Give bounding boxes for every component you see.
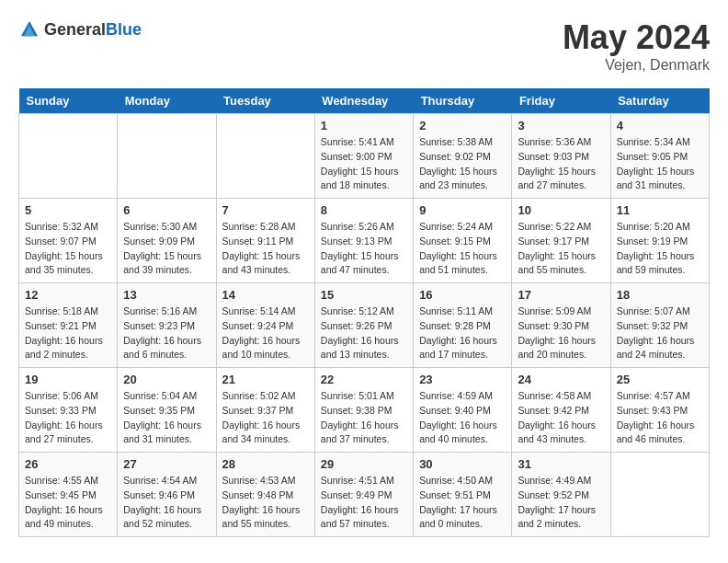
- day-number: 2: [419, 119, 506, 132]
- day-info: Sunrise: 5:01 AM Sunset: 9:38 PM Dayligh…: [321, 389, 407, 447]
- day-info: Sunrise: 5:24 AM Sunset: 9:15 PM Dayligh…: [419, 220, 506, 278]
- day-info: Sunrise: 5:04 AM Sunset: 9:35 PM Dayligh…: [123, 389, 210, 447]
- day-number: 10: [518, 203, 604, 217]
- day-info: Sunrise: 5:11 AM Sunset: 9:28 PM Dayligh…: [419, 304, 506, 362]
- day-info: Sunrise: 4:49 AM Sunset: 9:52 PM Dayligh…: [518, 474, 604, 532]
- calendar-cell: 19Sunrise: 5:06 AM Sunset: 9:33 PM Dayli…: [19, 368, 118, 453]
- logo-general: General: [44, 20, 106, 39]
- day-number: 17: [518, 288, 604, 302]
- day-number: 1: [321, 119, 407, 132]
- weekday-header-friday: Friday: [512, 88, 610, 114]
- calendar-cell: 13Sunrise: 5:16 AM Sunset: 9:23 PM Dayli…: [118, 283, 216, 368]
- page-header: GeneralBlue May 2024 Vejen, Denmark: [18, 18, 710, 74]
- day-info: Sunrise: 5:34 AM Sunset: 9:05 PM Dayligh…: [617, 135, 703, 193]
- calendar-cell: 17Sunrise: 5:09 AM Sunset: 9:30 PM Dayli…: [512, 283, 610, 368]
- day-number: 12: [25, 288, 111, 302]
- day-number: 30: [419, 457, 506, 471]
- day-number: 27: [123, 457, 210, 471]
- calendar-header-row: SundayMondayTuesdayWednesdayThursdayFrid…: [19, 88, 710, 114]
- calendar-cell: 24Sunrise: 4:58 AM Sunset: 9:42 PM Dayli…: [512, 368, 610, 453]
- calendar-week-3: 12Sunrise: 5:18 AM Sunset: 9:21 PM Dayli…: [19, 283, 710, 368]
- day-info: Sunrise: 4:55 AM Sunset: 9:45 PM Dayligh…: [25, 474, 111, 532]
- day-number: 8: [321, 203, 407, 217]
- calendar-cell: 25Sunrise: 4:57 AM Sunset: 9:43 PM Dayli…: [610, 368, 709, 453]
- calendar-cell: 31Sunrise: 4:49 AM Sunset: 9:52 PM Dayli…: [512, 453, 610, 537]
- day-number: 6: [123, 203, 210, 217]
- day-number: 21: [222, 373, 309, 386]
- calendar-cell: 8Sunrise: 5:26 AM Sunset: 9:13 PM Daylig…: [314, 199, 413, 283]
- day-number: 13: [123, 288, 210, 302]
- day-number: 3: [518, 119, 604, 132]
- calendar-week-1: 1Sunrise: 5:41 AM Sunset: 9:00 PM Daylig…: [19, 114, 710, 199]
- calendar-subtitle: Vejen, Denmark: [563, 57, 710, 74]
- calendar-cell: 9Sunrise: 5:24 AM Sunset: 9:15 PM Daylig…: [414, 199, 512, 283]
- day-number: 24: [518, 373, 604, 386]
- day-number: 9: [419, 203, 506, 217]
- day-number: 11: [617, 203, 703, 217]
- calendar-cell: 30Sunrise: 4:50 AM Sunset: 9:51 PM Dayli…: [414, 453, 512, 537]
- day-info: Sunrise: 5:20 AM Sunset: 9:19 PM Dayligh…: [617, 220, 703, 278]
- calendar-cell: 27Sunrise: 4:54 AM Sunset: 9:46 PM Dayli…: [118, 453, 216, 537]
- weekday-header-monday: Monday: [118, 88, 216, 114]
- day-info: Sunrise: 5:09 AM Sunset: 9:30 PM Dayligh…: [518, 304, 604, 362]
- calendar-cell: 3Sunrise: 5:36 AM Sunset: 9:03 PM Daylig…: [512, 114, 610, 199]
- calendar-cell: 21Sunrise: 5:02 AM Sunset: 9:37 PM Dayli…: [216, 368, 314, 453]
- calendar-cell: 2Sunrise: 5:38 AM Sunset: 9:02 PM Daylig…: [414, 114, 512, 199]
- logo: GeneralBlue: [18, 18, 142, 40]
- day-number: 18: [617, 288, 703, 302]
- day-info: Sunrise: 5:02 AM Sunset: 9:37 PM Dayligh…: [222, 389, 309, 447]
- day-number: 31: [518, 457, 604, 471]
- day-info: Sunrise: 5:06 AM Sunset: 9:33 PM Dayligh…: [25, 389, 111, 447]
- calendar-cell: 15Sunrise: 5:12 AM Sunset: 9:26 PM Dayli…: [314, 283, 413, 368]
- calendar-week-4: 19Sunrise: 5:06 AM Sunset: 9:33 PM Dayli…: [19, 368, 710, 453]
- day-info: Sunrise: 5:28 AM Sunset: 9:11 PM Dayligh…: [222, 220, 309, 278]
- calendar-cell: 28Sunrise: 4:53 AM Sunset: 9:48 PM Dayli…: [216, 453, 314, 537]
- calendar-week-2: 5Sunrise: 5:32 AM Sunset: 9:07 PM Daylig…: [19, 199, 710, 283]
- calendar-cell: 11Sunrise: 5:20 AM Sunset: 9:19 PM Dayli…: [610, 199, 709, 283]
- day-number: 16: [419, 288, 506, 302]
- day-info: Sunrise: 4:58 AM Sunset: 9:42 PM Dayligh…: [518, 389, 604, 447]
- day-number: 19: [25, 373, 111, 386]
- day-info: Sunrise: 5:16 AM Sunset: 9:23 PM Dayligh…: [123, 304, 210, 362]
- calendar-cell: 6Sunrise: 5:30 AM Sunset: 9:09 PM Daylig…: [118, 199, 216, 283]
- calendar-cell: 10Sunrise: 5:22 AM Sunset: 9:17 PM Dayli…: [512, 199, 610, 283]
- day-info: Sunrise: 5:18 AM Sunset: 9:21 PM Dayligh…: [25, 304, 111, 362]
- calendar-cell: [19, 114, 118, 199]
- day-info: Sunrise: 5:12 AM Sunset: 9:26 PM Dayligh…: [321, 304, 407, 362]
- day-info: Sunrise: 5:32 AM Sunset: 9:07 PM Dayligh…: [25, 220, 111, 278]
- day-number: 22: [321, 373, 407, 386]
- day-info: Sunrise: 4:50 AM Sunset: 9:51 PM Dayligh…: [419, 474, 506, 532]
- day-info: Sunrise: 4:51 AM Sunset: 9:49 PM Dayligh…: [321, 474, 407, 532]
- day-info: Sunrise: 5:30 AM Sunset: 9:09 PM Dayligh…: [123, 220, 210, 278]
- day-number: 23: [419, 373, 506, 386]
- day-info: Sunrise: 4:54 AM Sunset: 9:46 PM Dayligh…: [123, 474, 210, 532]
- calendar-cell: 14Sunrise: 5:14 AM Sunset: 9:24 PM Dayli…: [216, 283, 314, 368]
- calendar-cell: 22Sunrise: 5:01 AM Sunset: 9:38 PM Dayli…: [314, 368, 413, 453]
- day-info: Sunrise: 5:38 AM Sunset: 9:02 PM Dayligh…: [419, 135, 506, 193]
- day-number: 28: [222, 457, 309, 471]
- day-info: Sunrise: 5:36 AM Sunset: 9:03 PM Dayligh…: [518, 135, 604, 193]
- calendar-cell: 12Sunrise: 5:18 AM Sunset: 9:21 PM Dayli…: [19, 283, 118, 368]
- calendar-cell: [610, 453, 709, 537]
- calendar-header: May 2024 Vejen, Denmark: [563, 18, 710, 74]
- logo-blue: Blue: [106, 20, 142, 39]
- weekday-header-tuesday: Tuesday: [216, 88, 314, 114]
- logo-icon: [18, 18, 40, 40]
- calendar-cell: 5Sunrise: 5:32 AM Sunset: 9:07 PM Daylig…: [19, 199, 118, 283]
- day-number: 5: [25, 203, 111, 217]
- calendar-table: SundayMondayTuesdayWednesdayThursdayFrid…: [18, 88, 710, 537]
- day-info: Sunrise: 4:53 AM Sunset: 9:48 PM Dayligh…: [222, 474, 309, 532]
- day-info: Sunrise: 5:41 AM Sunset: 9:00 PM Dayligh…: [321, 135, 407, 193]
- calendar-cell: 1Sunrise: 5:41 AM Sunset: 9:00 PM Daylig…: [314, 114, 413, 199]
- calendar-cell: 23Sunrise: 4:59 AM Sunset: 9:40 PM Dayli…: [414, 368, 512, 453]
- calendar-cell: 7Sunrise: 5:28 AM Sunset: 9:11 PM Daylig…: [216, 199, 314, 283]
- day-number: 26: [25, 457, 111, 471]
- calendar-cell: 16Sunrise: 5:11 AM Sunset: 9:28 PM Dayli…: [414, 283, 512, 368]
- day-number: 14: [222, 288, 309, 302]
- day-number: 4: [617, 119, 703, 132]
- day-info: Sunrise: 4:59 AM Sunset: 9:40 PM Dayligh…: [419, 389, 506, 447]
- day-info: Sunrise: 4:57 AM Sunset: 9:43 PM Dayligh…: [617, 389, 703, 447]
- weekday-header-sunday: Sunday: [19, 88, 118, 114]
- calendar-cell: 26Sunrise: 4:55 AM Sunset: 9:45 PM Dayli…: [19, 453, 118, 537]
- day-info: Sunrise: 5:14 AM Sunset: 9:24 PM Dayligh…: [222, 304, 309, 362]
